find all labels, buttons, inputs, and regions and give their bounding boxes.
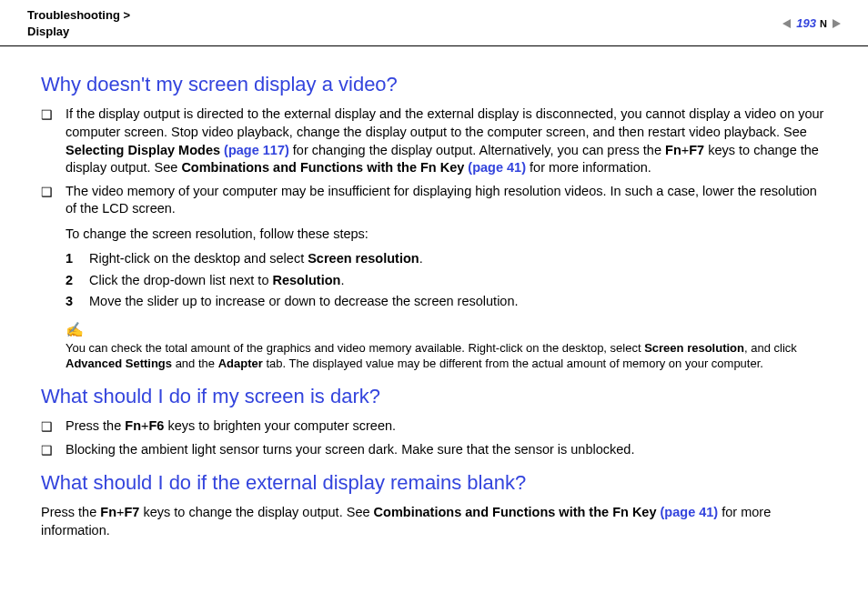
bullet-text: Press the Fn+F6 keys to brighten your co… <box>66 417 396 436</box>
paragraph: Press the Fn+F7 keys to change the displ… <box>41 504 827 539</box>
bullet-text: The video memory of your computer may be… <box>66 183 827 372</box>
page-link-41[interactable]: (page 41) <box>468 160 526 175</box>
section-heading-external: What should I do if the external display… <box>41 471 827 495</box>
note-text: You can check the total amount of the gr… <box>66 340 827 372</box>
prev-page-icon[interactable] <box>782 19 791 28</box>
n-label: N <box>820 18 827 29</box>
section-heading-dark: What should I do if my screen is dark? <box>41 385 827 408</box>
step-item: 3 Move the slider up to increase or down… <box>66 293 827 311</box>
page-header: Troubleshooting > Display 193 N <box>0 0 868 46</box>
list-item: ❑ Press the Fn+F6 keys to brighten your … <box>41 417 827 436</box>
breadcrumb-sub: Display <box>27 24 130 40</box>
list-item: ❑ Blocking the ambient light sensor turn… <box>41 441 827 459</box>
bullet-icon: ❑ <box>41 442 53 459</box>
page-number: 193 <box>796 16 816 30</box>
page-link-117[interactable]: (page 117) <box>224 143 289 157</box>
breadcrumb-top: Troubleshooting > <box>27 7 130 24</box>
next-page-icon[interactable] <box>833 19 841 28</box>
bullet-text: Blocking the ambient light sensor turns … <box>66 441 634 459</box>
note-icon: ✍ <box>66 320 84 340</box>
page-content: Why doesn't my screen display a video? ❑… <box>0 46 868 572</box>
list-item: ❑ If the display output is directed to t… <box>41 106 827 176</box>
step-number: 2 <box>66 272 76 290</box>
list-item: ❑ The video memory of your computer may … <box>41 183 827 372</box>
page-nav: 193 N <box>782 16 841 30</box>
step-item: 2 Click the drop-down list next to Resol… <box>66 272 827 290</box>
step-item: 1 Right-click on the desktop and select … <box>66 250 827 268</box>
bullet-icon: ❑ <box>41 184 53 372</box>
step-number: 1 <box>66 250 76 268</box>
bullet-icon: ❑ <box>41 106 53 176</box>
bullet-text: If the display output is directed to the… <box>66 106 827 176</box>
bullet-icon: ❑ <box>41 418 53 436</box>
sub-intro: To change the screen resolution, follow … <box>66 226 827 244</box>
step-number: 3 <box>66 293 76 311</box>
page-link-41b[interactable]: (page 41) <box>661 505 719 519</box>
breadcrumb: Troubleshooting > Display <box>27 7 130 40</box>
section-heading-video: Why doesn't my screen display a video? <box>41 73 827 96</box>
note-block: ✍ <box>66 322 827 340</box>
